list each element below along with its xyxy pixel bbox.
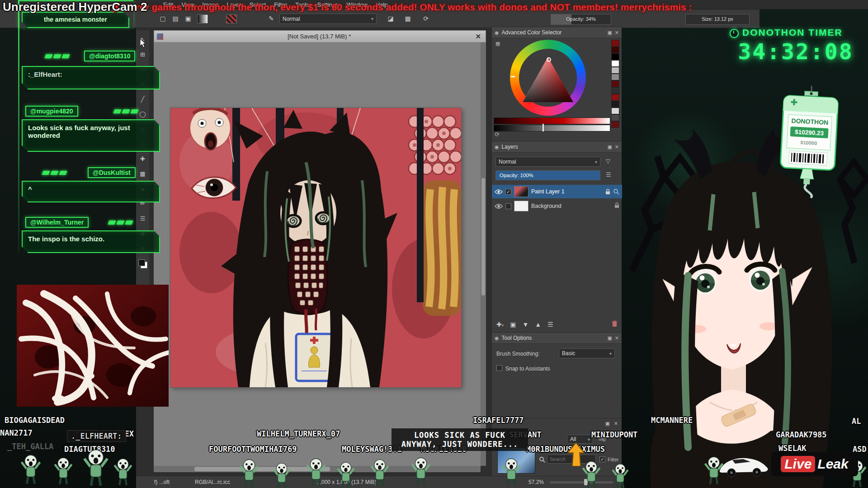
delete-layer-trash-icon[interactable]	[612, 320, 618, 327]
credit-name: ._ELFHEART:	[67, 430, 126, 442]
layers-header[interactable]: ◉ Layers ▣ ✕	[492, 141, 622, 153]
move-layer-up-button[interactable]: ▲	[535, 321, 541, 328]
smoothing-select[interactable]: Basic▾	[559, 348, 615, 358]
layer-blend-mode-select[interactable]: Normal▾	[495, 157, 600, 167]
tool-options-header[interactable]: ◉ Tool Options ▣ ✕	[492, 333, 622, 344]
critter-sprite	[82, 449, 109, 487]
color-history-column[interactable]	[611, 40, 619, 128]
blend-mode-value: Normal	[283, 16, 300, 22]
alpha-checker-icon[interactable]: ▦	[402, 13, 413, 24]
liveleak-logo: Live Leak	[771, 452, 858, 476]
brush-icon[interactable]: ✎	[266, 13, 277, 24]
gradient-chip[interactable]	[197, 14, 208, 23]
layer-name: Paint Layer 1	[531, 188, 565, 195]
blend-mode-select[interactable]: Normal▾	[279, 14, 377, 24]
assistants-tool-icon[interactable]: ☰	[137, 211, 148, 226]
layer-row-background[interactable]: Background	[492, 199, 622, 213]
krita-canvas-artwork[interactable]	[170, 108, 461, 387]
filter-funnel-icon[interactable]: ▽	[606, 158, 610, 164]
layer-checkbox[interactable]	[505, 203, 511, 209]
alert-arrow	[568, 443, 584, 466]
layer-options-icon[interactable]: ☰	[606, 171, 611, 178]
layers-docker: ◉ Layers ▣ ✕ Normal▾ ▽ Opacity: 100% ☰ ✓…	[491, 141, 622, 332]
color-selector-header[interactable]: ◉ Advanced Color Selector ▣ ✕	[492, 27, 622, 38]
brush-size-value: Size: 13.12 px	[686, 14, 749, 23]
float-icon[interactable]: ▣	[607, 30, 612, 36]
close-icon[interactable]: ✕	[614, 421, 618, 427]
visibility-eye-icon[interactable]	[495, 189, 503, 195]
canvas-vertical-scrollbar[interactable]	[481, 42, 486, 466]
docker-icon: ◉	[495, 335, 499, 341]
save-document-icon[interactable]: ▣	[183, 13, 193, 24]
eraser-icon[interactable]: ◪	[385, 13, 396, 24]
critter-sprite	[239, 459, 259, 488]
layer-opacity-slider[interactable]: Opacity: 100%	[495, 170, 600, 180]
snap-assistants-checkbox[interactable]	[496, 365, 502, 371]
search-icon	[539, 456, 545, 463]
close-icon[interactable]: ✕	[615, 30, 619, 36]
pattern-chip[interactable]	[226, 14, 237, 23]
close-icon[interactable]: ✕	[615, 335, 619, 341]
document-titlebar[interactable]: [Not Saved] (13.7 MiB) * ✕	[154, 30, 486, 42]
credit-name: FOURFOOTTWOMIHAI769	[209, 445, 297, 454]
close-icon[interactable]: ✕	[475, 33, 481, 41]
refresh-icon[interactable]: ⟳	[495, 131, 500, 138]
critter-sprite	[611, 464, 629, 488]
selector-shape-icon[interactable]: ▦	[495, 41, 500, 47]
lock-icon[interactable]	[614, 202, 619, 208]
duplicate-layer-button[interactable]: ▣	[510, 321, 516, 328]
chat-decoration	[108, 221, 132, 225]
zoom-layer-icon[interactable]	[613, 188, 619, 195]
open-document-icon[interactable]: ▤	[170, 13, 181, 24]
tag-select[interactable]: All▾	[567, 435, 593, 444]
layer-row-paint-layer[interactable]: ✓ Paint Layer 1	[492, 185, 622, 198]
float-icon[interactable]: ▣	[607, 144, 612, 150]
donation-iv-bag: DONOTHON $10290.23 $10000	[772, 84, 846, 200]
credit-name: M0R1BUNDUSMAXIMUS	[526, 445, 605, 454]
float-icon[interactable]: ▣	[607, 335, 612, 341]
chat-message: Looks sick as fuck anyway, just wondered	[22, 119, 160, 152]
brush-size-field[interactable]: Size: 13.12 px	[685, 14, 750, 25]
visibility-eye-icon[interactable]	[495, 203, 503, 209]
shade-bar-1[interactable]	[494, 117, 610, 124]
gradient-tool-icon[interactable]: ▦	[137, 166, 148, 181]
chat-decoration	[114, 109, 138, 113]
opacity-slider[interactable]: Opacity: 34%	[551, 14, 611, 25]
docker-icon: ◉	[495, 30, 499, 36]
status-profile-a: f) ...oft	[154, 479, 170, 485]
chat-message: the amnesia monster	[22, 12, 129, 28]
add-layer-button[interactable]: ✚▾	[496, 321, 504, 328]
donothon-ticker: g horror games throughout the thon, ever…	[112, 2, 868, 13]
lock-icon[interactable]	[605, 189, 610, 195]
chat-decoration	[42, 171, 66, 175]
fill-tool-icon[interactable]: ✚	[137, 151, 148, 166]
opacity-value: Opacity: 34%	[551, 14, 611, 23]
float-icon[interactable]: ▣	[605, 421, 610, 427]
layer-properties-button[interactable]: ☰	[547, 321, 553, 328]
layer-checkbox[interactable]: ✓	[505, 189, 511, 195]
docker-title: Advanced Color Selector	[502, 29, 562, 36]
credit-name: _TEH_GALLA	[7, 442, 53, 451]
stream-screen: Edit View Image Layer Select Filter Tool…	[0, 0, 868, 488]
line-tool-icon[interactable]: ╱	[137, 92, 148, 107]
saturation-triangle[interactable]	[510, 40, 586, 116]
honeycomb-pattern	[409, 116, 461, 174]
critter-sprite	[581, 461, 601, 488]
chat-username: @DusKultist	[88, 167, 136, 178]
close-icon[interactable]: ✕	[615, 144, 619, 150]
chevron-down-icon: ▾	[595, 160, 597, 164]
credit-name: MINIDUPONT	[591, 430, 637, 439]
credit-name: WILHELM_TURNERX_07	[257, 429, 340, 438]
transform-tool-icon[interactable]: ⊞	[137, 47, 148, 62]
fg-bg-color-chip[interactable]	[138, 259, 147, 268]
reload-brush-icon[interactable]: ⟳	[420, 13, 431, 24]
status-profile-b: RGB/Al...rc.icc	[195, 479, 230, 485]
docker-title: Layers	[502, 144, 518, 150]
credit-name: ISRAFEL7777	[473, 416, 524, 425]
move-layer-down-button[interactable]: ▼	[523, 321, 529, 328]
shade-bar-2[interactable]	[494, 125, 610, 131]
scrollbar-handle[interactable]	[481, 178, 485, 296]
antler-decoration-right	[840, 162, 867, 263]
new-document-icon[interactable]: ▢	[157, 13, 168, 24]
tool-options-docker: ◉ Tool Options ▣ ✕ Brush Smoothing: Basi…	[491, 332, 622, 418]
